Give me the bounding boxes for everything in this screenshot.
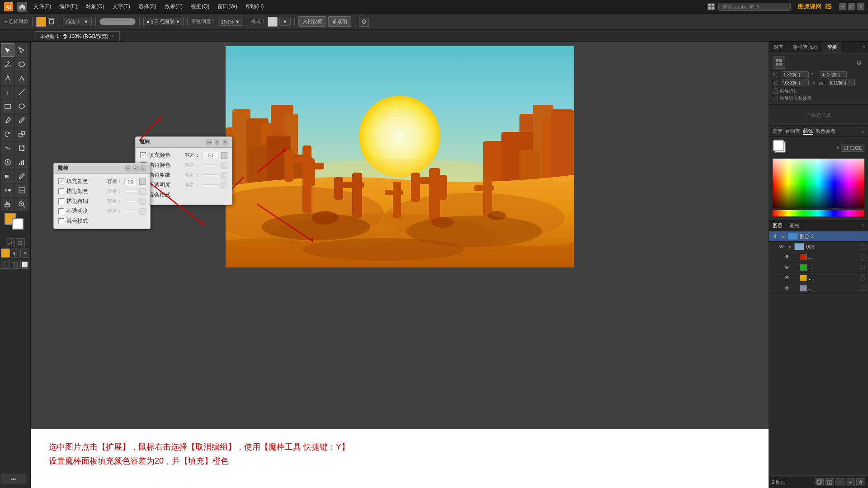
mw-strokewidth-btn[interactable]: ▶	[139, 198, 146, 205]
transform-icon-grid[interactable]	[773, 56, 785, 69]
pencil-tool[interactable]	[15, 113, 28, 127]
tab-pathfinder[interactable]: 路径查找器	[788, 42, 823, 53]
ellipse-tool[interactable]	[15, 99, 28, 113]
delete-layer-btn[interactable]: 🗑	[856, 478, 865, 486]
layers-tab[interactable]: 图层	[769, 221, 786, 231]
edit-toolbar-btn[interactable]: •••	[1, 474, 26, 484]
magic-wand-tool[interactable]	[1, 57, 14, 71]
layer-item-color2[interactable]: 👁 ...	[769, 263, 868, 273]
paintbrush-tool[interactable]	[1, 113, 14, 127]
layer-item-color3[interactable]: 👁 ...	[769, 273, 868, 283]
panel-collapse-btn[interactable]: —	[206, 139, 212, 145]
layer-item-color4[interactable]: 👁 ...	[769, 283, 868, 294]
color-panel-menu[interactable]: ≡	[861, 128, 864, 134]
layer-color4-eye[interactable]: 👁	[783, 285, 791, 292]
layer-item-layer2[interactable]: 👁 ▶ 图层 2	[769, 231, 868, 242]
tab-align[interactable]: 对齐	[769, 42, 788, 53]
tab-close-button[interactable]: ×	[111, 34, 114, 39]
right-panel-close-btn[interactable]: ×	[860, 42, 868, 53]
default-colors-btn[interactable]: ◻	[16, 238, 25, 247]
mw-blendmode-checkbox[interactable]	[58, 218, 64, 224]
maximize-button[interactable]: □	[848, 3, 855, 10]
color-spectrum[interactable]	[773, 159, 864, 208]
eyedropper-tool[interactable]	[15, 169, 28, 183]
style-dropdown[interactable]: ▼	[279, 18, 291, 26]
scale-stroke-checkbox[interactable]	[773, 89, 778, 94]
color-mode-btn[interactable]	[1, 249, 10, 258]
mw-stroke-btn[interactable]: ▶	[139, 188, 146, 195]
warp-tool[interactable]	[1, 141, 14, 155]
hex-value[interactable]: EF9D2E	[841, 144, 864, 152]
layer2-expand[interactable]: ▶	[781, 234, 786, 239]
close-button[interactable]: ×	[857, 3, 864, 10]
panel-close-btn[interactable]: ×	[214, 139, 220, 145]
menu-select[interactable]: 选择(S)	[135, 1, 160, 12]
menu-text[interactable]: 文字(T)	[109, 1, 134, 12]
home-icon[interactable]	[17, 2, 27, 12]
artboards-tab[interactable]: 画板	[786, 221, 803, 231]
transform-reset-icon[interactable]: ⊘	[854, 57, 864, 67]
slice-tool[interactable]	[15, 183, 28, 197]
opacity-dropdown[interactable]: 100% ▼	[218, 18, 243, 26]
graph-tool[interactable]	[15, 155, 28, 169]
screen-mode-full[interactable]: ⬛	[11, 260, 20, 269]
doc-settings-button[interactable]: 文档设置	[298, 16, 326, 27]
color-tab-transparency[interactable]: 透明度	[785, 128, 800, 135]
menu-help[interactable]: 帮助(H)	[242, 1, 268, 12]
symbol-tool[interactable]	[1, 155, 14, 169]
screen-mode-normal[interactable]: ☐	[1, 260, 10, 269]
mw-strokewidth-checkbox[interactable]	[58, 198, 64, 204]
artwork-canvas[interactable]	[226, 46, 574, 267]
fill-tolerance-btn[interactable]: ▶	[221, 152, 227, 159]
new-sublayer-btn[interactable]	[825, 478, 834, 486]
new-layer-btn[interactable]: +	[846, 478, 855, 486]
layer-item-003[interactable]: 👁 ▼ 003	[769, 242, 868, 252]
gradient-tool[interactable]	[1, 169, 14, 183]
layer-color1-eye[interactable]: 👁	[783, 253, 791, 261]
toolbar-icon-1[interactable]	[359, 17, 369, 27]
background-color[interactable]	[12, 218, 24, 230]
rect-tool[interactable]	[1, 99, 14, 113]
layer003-expand[interactable]: ▼	[787, 244, 793, 249]
stroke-color-swatch[interactable]	[48, 18, 55, 25]
menu-object[interactable]: 对象(O)	[82, 1, 108, 12]
blend-tool[interactable]	[1, 183, 14, 197]
add-anchor-tool[interactable]: +	[15, 71, 28, 85]
mw-opacity-btn[interactable]: ▶	[139, 208, 146, 215]
layer-color2-eye[interactable]: 👁	[783, 264, 791, 271]
fill-color-swatch[interactable]	[36, 17, 46, 27]
gradient-mode-btn[interactable]: ◐	[11, 249, 20, 258]
opacity-btn[interactable]: ▶	[221, 182, 227, 188]
layers-menu-icon[interactable]: ≡	[858, 221, 868, 231]
fill-color-checkbox[interactable]	[140, 152, 146, 158]
h-value[interactable]	[828, 80, 855, 86]
minimize-button[interactable]: ─	[839, 3, 846, 10]
brush-type-dropdown[interactable]: ● 3 3 点圆形 ▼	[143, 17, 184, 26]
layer2-eye[interactable]: 👁	[772, 233, 779, 240]
color-tab-gradient[interactable]: 渐变	[773, 128, 783, 135]
layer003-eye[interactable]: 👁	[778, 243, 785, 250]
menu-edit[interactable]: 编辑(E)	[56, 1, 81, 12]
swap-colors-btn[interactable]: ⇄	[6, 238, 15, 247]
make-clipping-mask-btn[interactable]	[815, 478, 824, 486]
mw-fill-checkbox[interactable]: ✓	[58, 178, 64, 184]
mw-menu-icon[interactable]: ≡	[140, 165, 146, 172]
menu-effect[interactable]: 效果(E)	[161, 1, 186, 12]
mw-stroke-checkbox[interactable]	[58, 188, 64, 194]
preferences-button[interactable]: 首选项	[328, 16, 351, 27]
mw-opacity-checkbox[interactable]	[58, 208, 64, 214]
screen-mode-preview[interactable]: ⬜	[20, 260, 29, 269]
y-value[interactable]	[820, 71, 847, 78]
hue-strip[interactable]	[773, 210, 864, 216]
search-input[interactable]	[718, 3, 791, 11]
color-tab-color[interactable]: 颜色	[803, 127, 813, 135]
mw-tolerance-expand-btn[interactable]: ▶	[139, 178, 146, 185]
layer-item-color1[interactable]: 👁 ...	[769, 252, 868, 263]
rotate-tool[interactable]	[1, 127, 14, 141]
scale-fill-checkbox[interactable]	[773, 96, 778, 101]
pen-tool[interactable]	[1, 71, 14, 85]
canvas-wrapper[interactable]: 魔棒 — × ≡ 填充颜色 容差： 20	[31, 42, 769, 488]
none-mode-btn[interactable]: ✕	[20, 249, 29, 258]
x-value[interactable]	[782, 71, 809, 78]
color-fg-swatch[interactable]	[773, 140, 784, 151]
